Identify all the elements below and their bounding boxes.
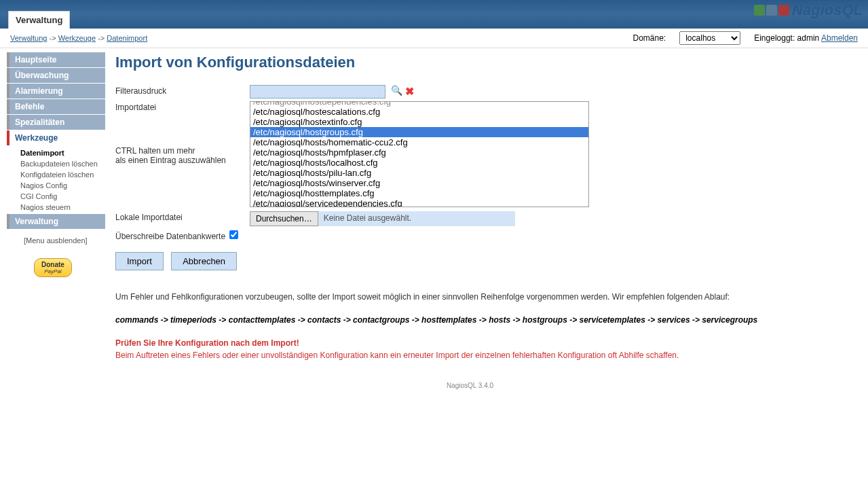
warning-text: Beim Auftreten eines Fehlers oder einer …	[115, 349, 825, 361]
submenu-cgi-config[interactable]: CGI Config	[20, 191, 105, 202]
list-item[interactable]: /etc/nagiosql/hostdependencies.cfg	[250, 101, 588, 107]
breadcrumb-current[interactable]: Datenimport	[107, 34, 147, 42]
sidebar-item-commands[interactable]: Befehle	[7, 99, 105, 114]
import-button[interactable]: Import	[115, 252, 164, 270]
breadcrumb: Verwaltung -> Werkzeuge -> Datenimport	[10, 34, 147, 42]
footer-version: NagiosQL 3.4.0	[115, 382, 825, 389]
submenu-config-delete[interactable]: Konfigdateien löschen	[20, 169, 105, 180]
list-item[interactable]: /etc/nagiosql/hostextinfo.cfg	[250, 117, 588, 127]
list-item[interactable]: /etc/nagiosql/hosttemplates.cfg	[250, 188, 588, 198]
list-item[interactable]: /etc/nagiosql/hosts/homematic-ccu2.cfg	[250, 137, 588, 147]
sidebar-item-specialities[interactable]: Spezialitäten	[7, 115, 105, 130]
header-tab[interactable]: Verwaltung	[8, 11, 70, 29]
domain-select[interactable]: localhost	[679, 31, 740, 45]
import-file-list[interactable]: /etc/nagiosql/hostdependencies.cfg /etc/…	[250, 101, 589, 207]
top-bar: Verwaltung -> Werkzeuge -> Datenimport D…	[0, 29, 868, 48]
app-logo: NagiosQL	[754, 1, 863, 19]
page-title: Import von Konfigurationsdateien	[115, 54, 825, 71]
list-item[interactable]: /etc/nagiosql/hosts/hpmfplaser.cfg	[250, 147, 588, 158]
importfile-label: Importdatei	[115, 101, 250, 112]
logout-link[interactable]: Abmelden	[821, 33, 858, 43]
logo-icons	[754, 5, 789, 16]
list-item[interactable]: /etc/nagiosql/hosts/pilu-lan.cfg	[250, 168, 588, 178]
sidebar-item-monitoring[interactable]: Überwachung	[7, 68, 105, 83]
submenu-backup-delete[interactable]: Backupdateien löschen	[20, 158, 105, 169]
no-file-text: Keine Datei ausgewählt.	[318, 211, 515, 226]
list-item[interactable]: /etc/nagiosql/servicedependencies.cfg	[250, 198, 588, 207]
filter-input[interactable]	[250, 85, 385, 99]
search-icon[interactable]: 🔍	[391, 85, 402, 96]
logo-icon-2	[766, 5, 777, 16]
sidebar-item-home[interactable]: Hauptseite	[7, 52, 105, 67]
app-header: Verwaltung NagiosQL	[0, 0, 868, 29]
sidebar-item-administration[interactable]: Verwaltung	[7, 214, 105, 229]
filter-label: Filterausdruck	[115, 85, 250, 96]
logo-icon-1	[754, 5, 765, 16]
donate-button[interactable]: Donate PayPal	[34, 258, 72, 277]
logo-icon-3	[778, 5, 789, 16]
import-order: commands -> timeperiods -> contacttempla…	[115, 314, 825, 326]
warning-block: Prüfen Sie Ihre Konfiguration nach dem I…	[115, 337, 825, 361]
cancel-button[interactable]: Abbrechen	[171, 252, 237, 270]
submenu-nagios-config[interactable]: Nagios Config	[20, 180, 105, 191]
logged-in-status: Eingeloggt: admin Abmelden	[754, 33, 858, 43]
sidebar-submenu: Datenimport Backupdateien löschen Konfig…	[7, 146, 105, 214]
ctrl-hint: CTRL halten um mehr als einen Eintrag au…	[115, 112, 250, 165]
menu-toggle[interactable]: [Menu ausblenden]	[7, 230, 105, 245]
overwrite-checkbox[interactable]	[229, 230, 238, 239]
submenu-nagios-control[interactable]: Nagios steuern	[20, 202, 105, 213]
clear-icon[interactable]: ✖	[405, 85, 414, 98]
domain-label: Domäne:	[633, 33, 666, 43]
submenu-dataimport[interactable]: Datenimport	[20, 147, 105, 158]
local-import-label: Lokale Importdatei	[115, 211, 250, 222]
sidebar-item-alerting[interactable]: Alarmierung	[7, 84, 105, 99]
logo-text: NagiosQL	[792, 1, 863, 19]
browse-button[interactable]: Durchsuchen…	[250, 211, 318, 226]
warning-title: Prüfen Sie Ihre Konfiguration nach dem I…	[115, 337, 825, 349]
main-content: Import von Konfigurationsdateien Filtera…	[105, 48, 838, 403]
list-item[interactable]: /etc/nagiosql/hosts/winserver.cfg	[250, 178, 588, 188]
breadcrumb-home[interactable]: Verwaltung	[10, 34, 47, 42]
list-item-selected[interactable]: /etc/nagiosql/hostgroups.cfg	[250, 127, 588, 137]
top-right-controls: Domäne: localhost Eingeloggt: admin Abme…	[633, 31, 858, 45]
list-item[interactable]: /etc/nagiosql/hosts/localhost.cfg	[250, 158, 588, 168]
sidebar-item-tools[interactable]: Werkzeuge	[7, 130, 105, 145]
info-text: Um Fehler und Fehlkonfigurationen vorzub…	[115, 291, 825, 303]
list-item[interactable]: /etc/nagiosql/hostescalations.cfg	[250, 107, 588, 117]
overwrite-label: Überschreibe Datenbankwerte	[115, 230, 229, 241]
sidebar: Hauptseite Überwachung Alarmierung Befeh…	[0, 48, 105, 403]
breadcrumb-tools[interactable]: Werkzeuge	[58, 34, 96, 42]
